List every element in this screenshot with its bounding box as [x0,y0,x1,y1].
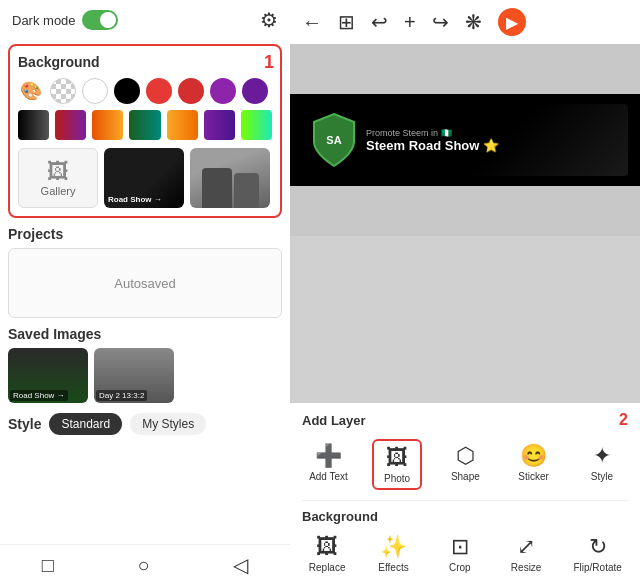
replace-icon: 🖼 [316,534,338,560]
toggle-knob [100,12,116,28]
divider [302,500,628,501]
color-swatch-black[interactable] [114,78,140,104]
effects-label: Effects [378,562,408,573]
color-swatch-purple1[interactable] [210,78,236,104]
shield-svg: SA [310,112,358,168]
svg-text:SA: SA [326,134,341,146]
shield-container: SA [310,112,358,168]
bg-thumbnails: 🖼 Gallery Road Show → [18,148,272,208]
layers-icon[interactable]: ❋ [465,10,482,34]
promote-text: Promote Steem in 🇳🇬 [366,128,499,138]
projects-title: Projects [8,226,282,242]
add-layer-tool-row: ➕ Add Text 🖼 Photo ⬡ Shape 😊 Sticker ✦ S… [294,435,636,496]
gradient-swatch-7[interactable] [241,110,272,140]
canvas-area: SA Promote Steem in 🇳🇬 Steem Road Show ⭐ [290,44,640,403]
add-layer-row: Add Layer 2 [294,411,636,435]
add-layer-label: Add Layer [302,413,366,428]
road-show-thumb-label: Road Show → [108,195,162,204]
resize-icon: ⤢ [517,534,535,560]
saved-thumbnails: Road Show → Day 2 13:3:2 [8,348,282,403]
autosaved-box[interactable]: Autosaved [8,248,282,318]
tool-flip-rotate[interactable]: ↻ Flip/Rotate [567,530,627,577]
flip-rotate-icon: ↻ [589,534,607,560]
color-swatch-purple2[interactable] [242,78,268,104]
back-icon[interactable]: ← [302,11,322,34]
gradient-swatch-2[interactable] [55,110,86,140]
tool-effects[interactable]: ✨ Effects [368,530,418,577]
crop-icon: ⊡ [451,534,469,560]
dark-mode-label: Dark mode [12,13,76,28]
canvas-top-strip [290,44,640,94]
add-text-icon: ➕ [315,443,342,469]
color-swatch-white[interactable] [82,78,108,104]
dark-mode-toggle-container[interactable]: Dark mode [12,10,118,30]
dark-mode-toggle[interactable] [82,10,118,30]
photo-icon: 🖼 [386,445,408,471]
gear-icon[interactable]: ⚙ [260,8,278,32]
bg-thumb-road-show[interactable]: Road Show → [104,148,184,208]
saved-images-title: Saved Images [8,326,282,342]
tool-replace[interactable]: 🖼 Replace [302,530,352,577]
tool-crop[interactable]: ⊡ Crop [435,530,485,577]
gradient-swatch-3[interactable] [92,110,123,140]
crop-label: Crop [449,562,471,573]
road-show-banner: SA Promote Steem in 🇳🇬 Steem Road Show ⭐ [302,104,628,176]
tool-add-text[interactable]: ➕ Add Text [303,439,354,490]
add-text-label: Add Text [309,471,348,482]
style-my-styles-button[interactable]: My Styles [130,413,206,435]
tool-shape[interactable]: ⬡ Shape [440,439,490,490]
redo-icon[interactable]: ↪ [432,10,449,34]
color-swatch-red2[interactable] [178,78,204,104]
gradient-swatch-6[interactable] [204,110,235,140]
bg-thumb-gallery[interactable]: 🖼 Gallery [18,148,98,208]
road-show-title: Steem Road Show ⭐ [366,138,499,153]
resize-label: Resize [511,562,542,573]
style-icon: ✦ [593,443,611,469]
saved-thumb-2[interactable]: Day 2 13:3:2 [94,348,174,403]
color-row: 🎨 [18,78,272,104]
nav-square-icon[interactable]: □ [42,554,54,577]
shape-label: Shape [451,471,480,482]
style-standard-button[interactable]: Standard [49,413,122,435]
right-nav-icons: ← ⊞ ↩ + ↪ ❋ ▶ [302,8,526,36]
star-icon: ⭐ [483,138,499,153]
sticker-label: Sticker [518,471,549,482]
autosaved-label: Autosaved [114,276,175,291]
gradient-swatch-5[interactable] [167,110,198,140]
shape-icon: ⬡ [456,443,475,469]
saved-thumb-2-overlay: Day 2 13:3:2 [96,390,147,401]
bottom-tools: Add Layer 2 ➕ Add Text 🖼 Photo ⬡ Shape 😊… [290,403,640,585]
tool-sticker[interactable]: 😊 Sticker [509,439,559,490]
tool-resize[interactable]: ⤢ Resize [501,530,551,577]
top-bar: Dark mode ⚙ [0,0,290,40]
saved-images-section: Saved Images Road Show → Day 2 13:3:2 [0,322,290,407]
sticker-icon: 😊 [520,443,547,469]
bg-tools-label: Background [294,505,636,528]
forward-icon[interactable]: ▶ [498,8,526,36]
bg-thumb-photo[interactable] [190,148,270,208]
color-swatch-transparent[interactable] [50,78,76,104]
canvas-banner: SA Promote Steem in 🇳🇬 Steem Road Show ⭐ [290,94,640,186]
background-section: Background 🎨 🖼 Gallery [8,44,282,218]
tool-style[interactable]: ✦ Style [577,439,627,490]
add-icon[interactable]: + [404,11,416,34]
style-label: Style [8,416,41,432]
bg-tool-row: 🖼 Replace ✨ Effects ⊡ Crop ⤢ Resize ↻ Fl… [294,528,636,581]
nav-back-icon[interactable]: ◁ [233,553,248,577]
replace-label: Replace [309,562,346,573]
road-show-info: Promote Steem in 🇳🇬 Steem Road Show ⭐ [366,128,499,153]
tool-photo[interactable]: 🖼 Photo [372,439,422,490]
palette-icon[interactable]: 🎨 [18,78,44,104]
saved-thumb-1-overlay: Road Show → [10,390,68,401]
gradient-swatch-1[interactable] [18,110,49,140]
style-tool-label: Style [591,471,613,482]
style-row: Style Standard My Styles [0,407,290,441]
background-label: Background [18,54,272,70]
gradient-swatch-4[interactable] [129,110,160,140]
nav-circle-icon[interactable]: ○ [137,554,149,577]
undo-icon[interactable]: ↩ [371,10,388,34]
saved-thumb-1[interactable]: Road Show → [8,348,88,403]
right-top-bar: ← ⊞ ↩ + ↪ ❋ ▶ [290,0,640,44]
grid-icon[interactable]: ⊞ [338,10,355,34]
color-swatch-red1[interactable] [146,78,172,104]
